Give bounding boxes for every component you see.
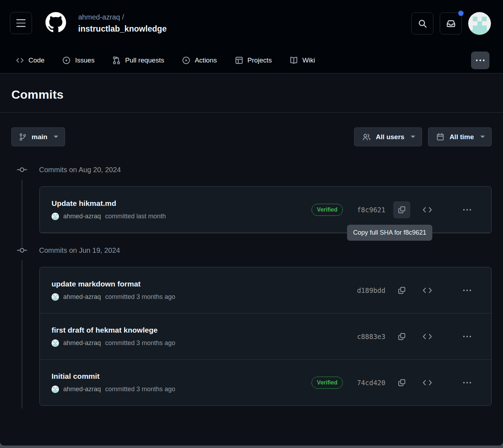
verified-badge[interactable]: Verified: [312, 377, 343, 389]
copy-sha-button[interactable]: [393, 328, 410, 345]
users-filter-button[interactable]: All users: [354, 127, 422, 146]
main-content: Commits main All users: [0, 88, 503, 446]
branch-label: main: [32, 133, 47, 141]
commit-card: update markdown format ahmed-azraq commi…: [39, 267, 492, 406]
tab-issues[interactable]: Issues: [62, 56, 94, 65]
time-filter-button[interactable]: All time: [428, 127, 492, 146]
tab-wiki[interactable]: Wiki: [290, 56, 315, 65]
commit-sha-link[interactable]: d189bdd: [357, 286, 385, 294]
browse-code-button[interactable]: [419, 328, 436, 345]
tab-actions[interactable]: Actions: [182, 56, 217, 65]
commit-group-date: Commits on Jun 19, 2024: [39, 246, 120, 255]
repo-nav: Code Issues Pull requests Actions Projec…: [0, 47, 503, 73]
kebab-horizontal-icon: [463, 334, 472, 339]
commit-row: first draft of hekmat knowlege ahmed-azr…: [40, 313, 491, 360]
copy-sha-button[interactable]: [393, 374, 410, 391]
calendar-icon: [436, 133, 444, 141]
commit-options-button[interactable]: [459, 201, 476, 218]
play-icon: [182, 56, 190, 65]
commit-node-icon: [17, 247, 27, 254]
search-icon: [418, 19, 427, 28]
breadcrumb-owner[interactable]: ahmed-azraq /: [78, 13, 167, 22]
git-branch-icon: [19, 133, 27, 141]
commit-meta-text: committed 3 months ago: [105, 293, 175, 301]
tab-projects[interactable]: Projects: [235, 56, 272, 65]
commit-sha-link[interactable]: f8c9621: [357, 206, 385, 214]
copy-icon: [398, 206, 406, 214]
chevron-down-icon: [480, 136, 485, 138]
commit-group: Commits on Jun 19, 2024 update markdown …: [11, 245, 492, 406]
commit-title-link[interactable]: Update hikmat.md: [52, 199, 116, 208]
commit-title-link[interactable]: update markdown format: [52, 280, 141, 288]
verified-badge[interactable]: Verified: [312, 204, 343, 216]
commit-author-link[interactable]: ahmed-azraq: [63, 339, 101, 347]
commit-options-button[interactable]: [459, 328, 476, 345]
tab-label: Code: [28, 56, 44, 64]
code-icon: [422, 286, 433, 294]
tab-pull-requests[interactable]: Pull requests: [112, 56, 164, 65]
github-logo-icon[interactable]: [45, 12, 66, 34]
copy-sha-tooltip: Copy full SHA for f8c9621: [347, 225, 432, 241]
code-icon: [422, 379, 433, 387]
user-avatar-button[interactable]: [468, 12, 491, 35]
copy-icon: [398, 379, 406, 387]
kebab-horizontal-icon: [463, 380, 472, 386]
copy-sha-button[interactable]: [393, 282, 410, 299]
browse-code-button[interactable]: [419, 201, 436, 218]
chevron-down-icon: [411, 136, 415, 138]
copy-icon: [398, 333, 406, 340]
search-button[interactable]: [411, 12, 433, 34]
commit-sha-link[interactable]: 74cd420: [357, 379, 385, 387]
author-avatar[interactable]: [52, 293, 59, 301]
commits-toolbar: main All users All time: [11, 127, 492, 146]
code-icon: [422, 206, 433, 214]
tab-label: Issues: [75, 56, 94, 64]
code-icon: [16, 56, 24, 65]
commit-title-link[interactable]: first draft of hekmat knowlege: [52, 326, 158, 334]
time-filter-label: All time: [449, 133, 474, 141]
chevron-down-icon: [54, 136, 58, 138]
notification-dot: [458, 11, 464, 16]
breadcrumb: ahmed-azraq / instructlab_knowledge: [78, 12, 167, 34]
commit-title-link[interactable]: Initial commit: [52, 372, 99, 381]
commit-meta-text: committed 3 months ago: [105, 339, 175, 347]
commit-options-button[interactable]: [459, 374, 476, 391]
tab-label: Pull requests: [125, 56, 164, 64]
commit-sha-link[interactable]: c8883e3: [357, 333, 385, 340]
inbox-button[interactable]: [440, 12, 462, 34]
inbox-icon: [446, 19, 456, 28]
browse-code-button[interactable]: [419, 282, 436, 299]
author-avatar[interactable]: [52, 213, 59, 220]
commit-author-link[interactable]: ahmed-azraq: [63, 386, 101, 393]
title-divider: [0, 112, 503, 113]
hamburger-menu-button[interactable]: [10, 12, 32, 34]
commit-group-date: Commits on Aug 20, 2024: [39, 166, 121, 174]
copy-sha-button[interactable]: [393, 201, 410, 218]
code-icon: [422, 333, 433, 340]
table-icon: [235, 56, 243, 65]
commit-options-button[interactable]: [459, 282, 476, 299]
commit-author-link[interactable]: ahmed-azraq: [63, 293, 101, 301]
commit-card: Update hikmat.md ahmed-azraq committed l…: [39, 186, 492, 233]
git-pull-request-icon: [112, 56, 121, 65]
people-icon: [362, 133, 371, 141]
kebab-horizontal-icon: [463, 207, 472, 213]
page-title: Commits: [11, 88, 492, 102]
tab-label: Wiki: [302, 56, 315, 64]
nav-overflow-button[interactable]: [471, 51, 490, 69]
user-avatar: [468, 12, 491, 35]
issue-opened-icon: [62, 56, 71, 65]
author-avatar[interactable]: [52, 339, 59, 347]
book-icon: [290, 56, 298, 65]
commit-meta-text: committed 3 months ago: [105, 386, 175, 393]
tab-code[interactable]: Code: [16, 56, 44, 65]
tab-label: Projects: [248, 56, 272, 64]
author-avatar[interactable]: [52, 386, 59, 393]
commit-row: Initial commit ahmed-azraq committed 3 m…: [40, 360, 491, 405]
branch-selector-button[interactable]: main: [11, 127, 65, 146]
commit-meta-text: committed last month: [105, 213, 166, 220]
breadcrumb-repo[interactable]: instructlab_knowledge: [78, 24, 167, 34]
browser-window: ahmed-azraq / instructlab_knowledge: [0, 0, 503, 446]
commit-author-link[interactable]: ahmed-azraq: [63, 213, 101, 220]
browse-code-button[interactable]: [419, 374, 436, 391]
